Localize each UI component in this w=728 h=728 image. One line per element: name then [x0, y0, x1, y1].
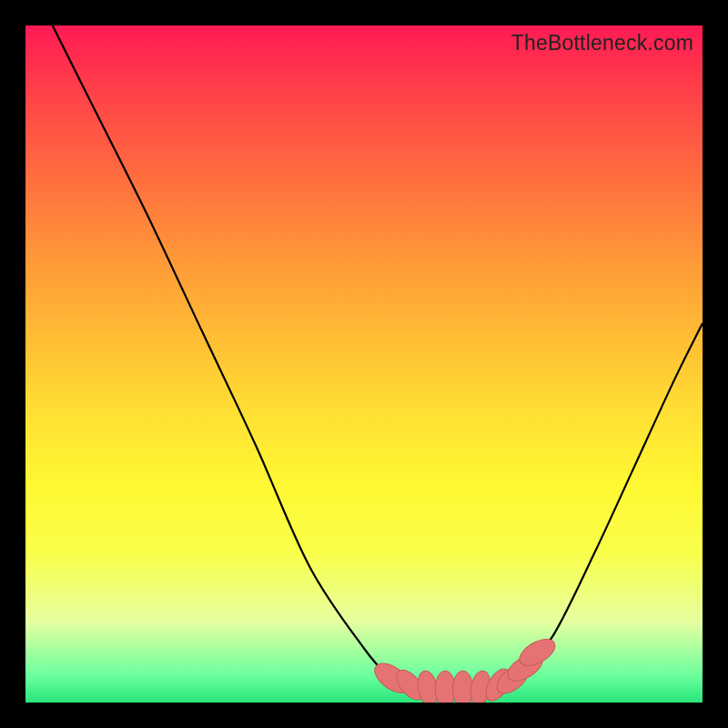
marker-pill — [369, 658, 415, 699]
chart-svg — [25, 25, 703, 703]
marker-pill — [515, 633, 560, 671]
marker-pill — [415, 670, 440, 703]
marker-pill — [435, 671, 455, 703]
marker-pill — [503, 648, 547, 686]
bottleneck-curve — [53, 25, 703, 690]
marker-pill — [391, 665, 429, 703]
marker-pill — [481, 665, 515, 703]
curve-markers — [369, 633, 560, 703]
marker-pill — [452, 671, 472, 703]
watermark-text: TheBottleneck.com — [511, 31, 693, 56]
marker-pill — [468, 670, 492, 703]
chart-area: TheBottleneck.com — [25, 25, 703, 703]
marker-pill — [492, 659, 534, 699]
